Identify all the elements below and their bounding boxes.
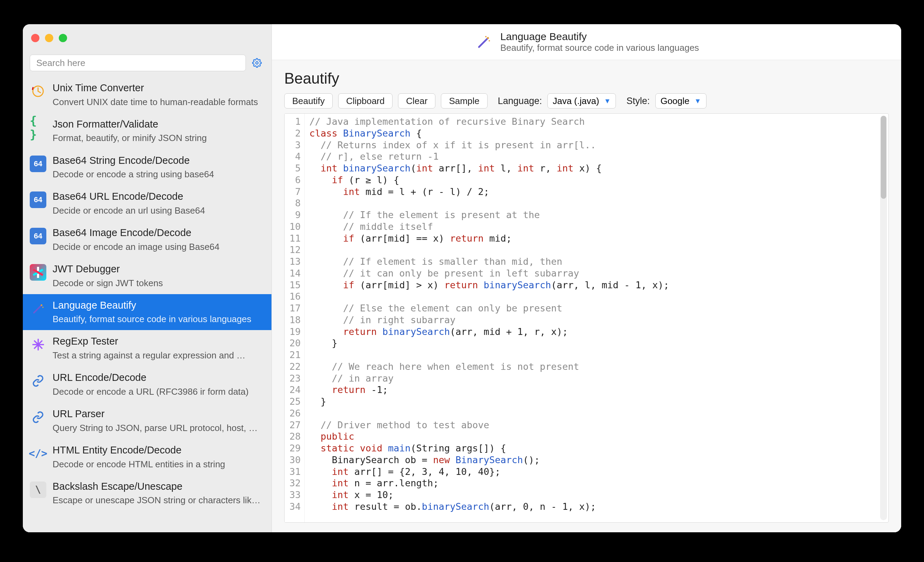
gear-icon: [252, 58, 262, 68]
line-number: 8: [290, 197, 301, 209]
sidebar-item-unix-time-converter[interactable]: Unix Time ConverterConvert UNIX date tim…: [23, 77, 272, 113]
code-line: int n = arr.length;: [309, 477, 884, 489]
code-line: // If element is smaller than mid, then: [309, 256, 884, 268]
search-input[interactable]: [30, 55, 246, 71]
line-number: 24: [290, 384, 301, 396]
chevron-down-icon: ▼: [604, 97, 611, 105]
clipboard-button[interactable]: Clipboard: [338, 93, 393, 108]
jwt-icon: [30, 264, 46, 281]
sidebar-item-desc: Test a string against a regular expressi…: [52, 349, 264, 361]
code-line: // Else the element can only be present: [309, 303, 884, 314]
esc-icon: \: [30, 481, 46, 498]
sample-button[interactable]: Sample: [441, 93, 487, 108]
code-line: if (r ≥ l) {: [309, 174, 884, 186]
code-line: // it can only be present in left subarr…: [309, 268, 884, 279]
line-number: 9: [290, 209, 301, 221]
titlebar: [23, 24, 272, 52]
sidebar-item-desc: Decide or encode an url using Base64: [52, 205, 264, 217]
sidebar-item-desc: Decode or sign JWT tokens: [52, 277, 264, 289]
sidebar-item-backslash-escape-unescape[interactable]: \Backslash Escape/UnescapeEscape or unes…: [23, 475, 272, 511]
code-editor[interactable]: 1234567891011121314151617181920212223242…: [284, 113, 889, 523]
code-line: // in right subarray: [309, 314, 884, 326]
sidebar: Unix Time ConverterConvert UNIX date tim…: [23, 24, 272, 532]
clear-button[interactable]: Clear: [398, 93, 435, 108]
b64-icon: 64: [30, 192, 46, 208]
sidebar-item-json-formatter-validate[interactable]: { }Json Formatter/ValidateFormat, beauti…: [23, 113, 272, 149]
line-number: 29: [290, 442, 301, 454]
close-window-button[interactable]: [31, 34, 39, 42]
link-icon: [30, 409, 46, 426]
tool-list[interactable]: Unix Time ConverterConvert UNIX date tim…: [23, 77, 272, 532]
sidebar-item-desc: Decide or encode an image using Base64: [52, 241, 264, 253]
sidebar-item-base64-image-encode-decode[interactable]: 64Base64 Image Encode/DecodeDecide or en…: [23, 222, 272, 258]
code-line: // in array: [309, 373, 884, 384]
sidebar-item-title: Base64 Image Encode/Decode: [52, 226, 264, 240]
svg-point-9: [485, 36, 486, 37]
code-line: static void main(String args[]) {: [309, 442, 884, 454]
settings-button[interactable]: [249, 55, 264, 70]
sidebar-item-language-beautify[interactable]: Language BeautifyBeautify, format source…: [23, 294, 272, 330]
sidebar-item-desc: Decode or encode HTML entities in a stri…: [52, 458, 264, 471]
scrollbar-thumb[interactable]: [881, 116, 886, 199]
sidebar-item-title: Base64 URL Encode/Decode: [52, 190, 264, 203]
chevron-down-icon: ▼: [694, 97, 701, 105]
line-number: 31: [290, 466, 301, 478]
sidebar-item-title: Backslash Escape/Unescape: [52, 480, 264, 493]
sidebar-item-desc: Query String to JSON, parse URL protocol…: [52, 422, 264, 434]
scrollbar-track[interactable]: [880, 116, 887, 520]
style-select-value: Google: [660, 96, 690, 106]
sidebar-item-jwt-debugger[interactable]: JWT DebuggerDecode or sign JWT tokens: [23, 258, 272, 294]
sidebar-item-title: Base64 String Encode/Decode: [52, 154, 264, 167]
line-number: 11: [290, 232, 301, 244]
line-number: 26: [290, 408, 301, 419]
sidebar-item-base64-url-encode-decode[interactable]: 64Base64 URL Encode/DecodeDecide or enco…: [23, 185, 272, 222]
sidebar-item-base64-string-encode-decode[interactable]: 64Base64 String Encode/DecodeDecode or e…: [23, 149, 272, 186]
code-line: // Returns index of x if it is present i…: [309, 139, 884, 151]
b64-icon: 64: [30, 156, 46, 172]
code-line: return -1;: [309, 384, 884, 396]
sidebar-item-url-parser[interactable]: URL ParserQuery String to JSON, parse UR…: [23, 403, 272, 439]
sidebar-item-desc: Decode or encode a string using base64: [52, 168, 264, 180]
sidebar-item-title: RegExp Tester: [52, 335, 264, 348]
line-number: 17: [290, 303, 301, 314]
header: Language Beautify Beautify, format sourc…: [272, 24, 901, 60]
line-number: 6: [290, 174, 301, 186]
line-number: 33: [290, 489, 301, 501]
svg-point-8: [489, 40, 490, 42]
code-line: // Driver method to test above: [309, 419, 884, 431]
zoom-window-button[interactable]: [59, 34, 67, 42]
content-area: Beautify Beautify Clipboard Clear Sample…: [272, 60, 901, 532]
minimize-window-button[interactable]: [45, 34, 53, 42]
html-icon: </>: [30, 445, 46, 462]
b64-icon: 64: [30, 228, 46, 244]
code-line: [309, 244, 884, 256]
beautify-button[interactable]: Beautify: [284, 93, 333, 108]
code-area[interactable]: // Java implementation of recursive Bina…: [304, 114, 888, 522]
line-number: 30: [290, 454, 301, 466]
line-number: 27: [290, 419, 301, 431]
line-number: 12: [290, 244, 301, 256]
sidebar-item-desc: Convert UNIX date time to human-readable…: [52, 96, 264, 108]
line-number: 10: [290, 221, 301, 232]
line-number: 3: [290, 139, 301, 151]
sidebar-item-url-encode-decode[interactable]: URL Encode/DecodeDecode or encode a URL …: [23, 366, 272, 403]
line-number: 21: [290, 349, 301, 361]
header-title: Language Beautify: [500, 31, 699, 42]
code-line: return binarySearch(arr, mid + 1, r, x);: [309, 326, 884, 338]
sidebar-item-title: HTML Entity Encode/Decode: [52, 444, 264, 457]
line-number: 13: [290, 256, 301, 268]
sidebar-item-html-entity-encode-decode[interactable]: </>HTML Entity Encode/DecodeDecode or en…: [23, 439, 272, 475]
json-icon: { }: [30, 119, 46, 136]
language-label: Language:: [498, 96, 542, 106]
style-label: Style:: [626, 96, 650, 106]
toolbar: Beautify Clipboard Clear Sample Language…: [284, 93, 889, 108]
language-select[interactable]: Java (.java) ▼: [548, 93, 616, 108]
code-line: if (arr[mid] == x) return mid;: [309, 232, 884, 244]
sidebar-item-regexp-tester[interactable]: ✳RegExp TesterTest a string against a re…: [23, 330, 272, 366]
sidebar-item-title: URL Parser: [52, 408, 264, 421]
sidebar-item-desc: Decode or encode a URL (RFC3986 ir form …: [52, 386, 264, 398]
code-line: int arr[] = {2, 3, 4, 10, 40};: [309, 466, 884, 478]
style-select[interactable]: Google ▼: [655, 93, 706, 108]
code-line: class BinarySearch {: [309, 127, 884, 139]
code-line: BinarySearch ob = new BinarySearch();: [309, 454, 884, 466]
